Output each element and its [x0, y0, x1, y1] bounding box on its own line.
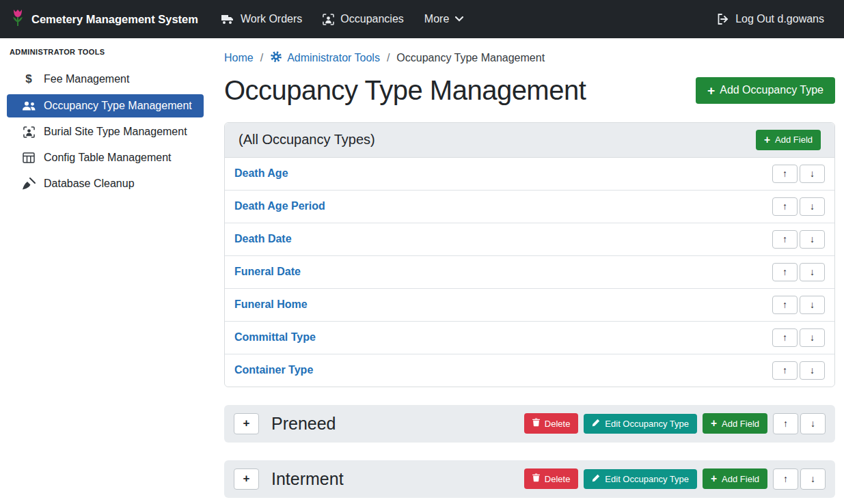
delete-button[interactable]: Delete — [524, 468, 579, 489]
reorder-controls: ↑ ↓ — [772, 263, 825, 281]
field-link-death-age[interactable]: Death Age — [234, 167, 288, 180]
sidebar-item-database-cleanup[interactable]: Database Cleanup — [7, 172, 204, 195]
expand-button[interactable]: + — [234, 413, 259, 434]
app-brand[interactable]: Cemetery Management System — [11, 8, 198, 30]
delete-label: Delete — [545, 419, 571, 429]
move-down-button[interactable]: ↓ — [800, 263, 825, 281]
field-link-container-type[interactable]: Container Type — [234, 364, 313, 376]
users-icon — [21, 100, 37, 111]
expand-button[interactable]: + — [234, 468, 259, 490]
field-link-committal-type[interactable]: Committal Type — [234, 331, 316, 344]
person-bounding-box-icon — [323, 14, 334, 25]
breadcrumb-separator: / — [380, 52, 396, 64]
section-actions: Delete Edit Occupancy Type + Add Field ↑ — [524, 413, 826, 434]
add-field-label: Add Field — [722, 419, 759, 429]
dollar-icon: $ — [21, 72, 37, 86]
add-field-label: Add Field — [775, 135, 813, 145]
reorder-controls: ↑ ↓ — [772, 328, 825, 347]
app-title: Cemetery Management System — [31, 13, 198, 26]
sidebar-item-label: Occupancy Type Management — [44, 100, 192, 112]
move-down-button[interactable]: ↓ — [800, 197, 825, 216]
field-row: Death Age Period ↑ ↓ — [225, 191, 834, 223]
delete-label: Delete — [545, 474, 571, 484]
move-up-button[interactable]: ↑ — [772, 230, 798, 249]
reorder-controls: ↑ ↓ — [772, 361, 825, 380]
field-link-death-date[interactable]: Death Date — [234, 233, 292, 245]
move-down-button[interactable]: ↓ — [800, 165, 825, 183]
breadcrumb-admin-tools-link[interactable]: Administrator Tools — [270, 51, 380, 66]
add-occupancy-type-label: Add Occupancy Type — [720, 84, 823, 96]
tulip-logo-icon — [11, 8, 25, 30]
move-up-button[interactable]: ↑ — [773, 413, 798, 434]
section-actions: Delete Edit Occupancy Type + Add Field ↑ — [524, 468, 826, 490]
nav-work-orders[interactable]: Work Orders — [210, 8, 312, 31]
card-title: (All Occupancy Types) — [239, 132, 375, 148]
breadcrumb-separator: / — [254, 52, 270, 64]
breadcrumb-current: Occupancy Type Management — [396, 52, 545, 64]
delete-button[interactable]: Delete — [524, 413, 579, 434]
nav-more-label: More — [424, 13, 449, 25]
add-field-button[interactable]: + Add Field — [703, 413, 767, 434]
field-link-funeral-date[interactable]: Funeral Date — [234, 266, 301, 278]
reorder-controls: ↑ ↓ — [772, 230, 825, 249]
edit-occupancy-type-button[interactable]: Edit Occupancy Type — [584, 469, 697, 489]
all-occupancy-types-card: (All Occupancy Types) + Add Field Death … — [224, 122, 835, 387]
sidebar-item-fee-management[interactable]: $ Fee Management — [7, 67, 204, 92]
section-title: Preneed — [271, 414, 336, 434]
sidebar: Administrator Tools $ Fee Management Occ… — [0, 38, 210, 498]
add-field-button[interactable]: + Add Field — [756, 130, 821, 150]
field-row: Committal Type ↑ ↓ — [225, 322, 834, 354]
field-row: Death Age ↑ ↓ — [225, 158, 834, 191]
move-down-button[interactable]: ↓ — [800, 468, 826, 490]
page-title: Occupancy Type Management — [224, 75, 586, 106]
field-row: Funeral Home ↑ ↓ — [225, 289, 834, 322]
field-link-funeral-home[interactable]: Funeral Home — [234, 298, 308, 311]
edit-occupancy-type-label: Edit Occupancy Type — [605, 474, 689, 484]
move-up-button[interactable]: ↑ — [773, 468, 798, 490]
sidebar-item-burial-site-type-management[interactable]: Burial Site Type Management — [7, 120, 204, 143]
move-down-button[interactable]: ↓ — [800, 296, 825, 314]
move-down-button[interactable]: ↓ — [800, 230, 825, 249]
move-down-button[interactable]: ↓ — [800, 413, 826, 434]
plus-icon: + — [711, 473, 717, 484]
trash-icon — [532, 473, 540, 484]
pencil-icon — [592, 419, 600, 429]
logout-icon — [717, 14, 729, 25]
field-row: Death Date ↑ ↓ — [225, 223, 834, 256]
move-down-button[interactable]: ↓ — [800, 361, 825, 380]
reorder-controls: ↑ ↓ — [772, 197, 825, 216]
plus-icon: + — [707, 84, 715, 97]
trash-icon — [532, 418, 540, 429]
sidebar-item-occupancy-type-management[interactable]: Occupancy Type Management — [7, 94, 204, 117]
sidebar-item-config-table-management[interactable]: Config Table Management — [7, 146, 204, 169]
move-up-button[interactable]: ↑ — [772, 165, 798, 183]
edit-occupancy-type-button[interactable]: Edit Occupancy Type — [584, 414, 697, 434]
nav-occupancies[interactable]: Occupancies — [312, 8, 414, 31]
breadcrumb: Home / Administrator Tools / Occupancy T… — [224, 51, 835, 66]
move-up-button[interactable]: ↑ — [772, 361, 798, 380]
gear-icon — [270, 51, 282, 66]
nav-more[interactable]: More — [414, 8, 474, 31]
move-up-button[interactable]: ↑ — [772, 263, 798, 281]
field-row: Funeral Date ↑ ↓ — [225, 256, 834, 289]
person-bounding-box-icon — [21, 126, 37, 138]
chevron-down-icon — [455, 16, 463, 22]
move-down-button[interactable]: ↓ — [800, 328, 825, 347]
add-field-button[interactable]: + Add Field — [703, 468, 767, 489]
nav-work-orders-label: Work Orders — [241, 13, 302, 25]
occupancy-type-section-preneed: + Preneed Delete — [224, 405, 835, 443]
plus-icon: + — [764, 135, 770, 145]
add-occupancy-type-button[interactable]: + Add Occupancy Type — [696, 77, 835, 104]
logout-button[interactable]: Log Out d.gowans — [707, 8, 834, 31]
field-link-death-age-period[interactable]: Death Age Period — [234, 200, 325, 212]
breadcrumb-home-link[interactable]: Home — [224, 52, 254, 64]
sidebar-item-label: Config Table Management — [44, 152, 172, 164]
sidebar-heading: Administrator Tools — [0, 48, 210, 56]
broom-icon — [21, 178, 37, 190]
reorder-controls: ↑ ↓ — [772, 165, 825, 183]
move-up-button[interactable]: ↑ — [772, 328, 798, 347]
move-up-button[interactable]: ↑ — [772, 197, 798, 216]
card-header: (All Occupancy Types) + Add Field — [225, 123, 834, 158]
sidebar-item-label: Fee Management — [44, 73, 129, 85]
move-up-button[interactable]: ↑ — [772, 296, 798, 314]
